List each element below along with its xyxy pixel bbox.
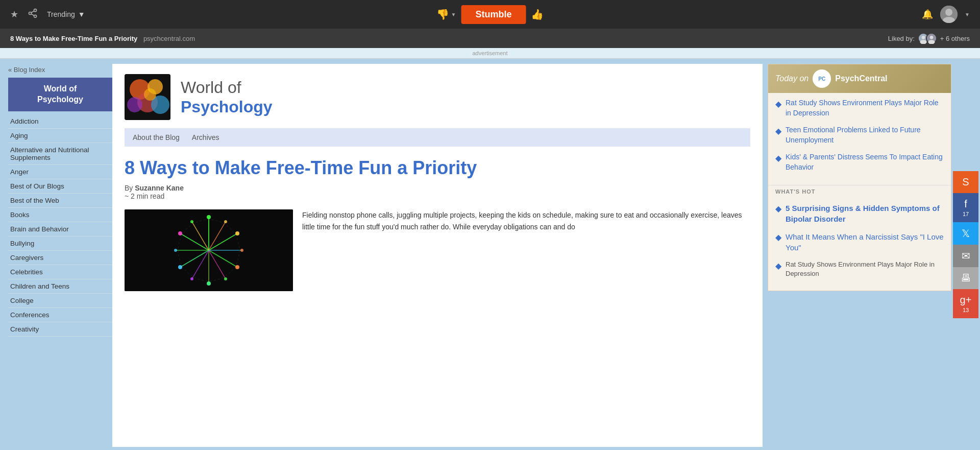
today-article-link-3[interactable]: Kids' & Parents' Distress Seems To Impac… bbox=[786, 152, 944, 172]
facebook-icon: f bbox=[964, 198, 967, 210]
sidebar-item-children[interactable]: Children and Teens bbox=[8, 279, 112, 294]
today-article-link-1[interactable]: Rat Study Shows Environment Plays Major … bbox=[786, 98, 944, 118]
svg-point-42 bbox=[224, 220, 227, 223]
twitter-share-button[interactable]: 𝕏 bbox=[953, 222, 978, 245]
user-avatar[interactable] bbox=[940, 6, 958, 23]
today-article-list: ◆ Rat Study Shows Environment Plays Majo… bbox=[768, 93, 951, 185]
stumble-button[interactable]: Stumble bbox=[461, 5, 526, 24]
svg-point-18 bbox=[127, 97, 142, 112]
psychcentral-brand: PsychCentral bbox=[835, 74, 887, 83]
article-image bbox=[125, 209, 293, 291]
toolbar-right: 🔔 ▼ bbox=[922, 6, 970, 23]
user-menu-arrow-icon[interactable]: ▼ bbox=[965, 12, 970, 17]
sidebar-item-creativity[interactable]: Creativity bbox=[8, 322, 112, 337]
sidebar-title-line1: World of bbox=[12, 84, 108, 94]
svg-point-36 bbox=[235, 231, 239, 235]
svg-line-4 bbox=[31, 11, 34, 12]
svg-point-9 bbox=[922, 36, 925, 39]
svg-point-38 bbox=[207, 281, 211, 286]
sidebar-item-alternative[interactable]: Alternative and Nutritional Supplements bbox=[8, 143, 112, 165]
print-button[interactable]: 🖶 bbox=[953, 267, 978, 289]
svg-point-20 bbox=[144, 88, 156, 101]
today-article-2: ◆ Teen Emotional Problems Linked to Futu… bbox=[775, 125, 944, 145]
hot-article-link-1[interactable]: 5 Surprising Signs & Hidden Symptoms of … bbox=[786, 203, 944, 224]
article-title: 8 Ways to Make Free-Time Fun a Priority bbox=[125, 157, 750, 179]
bullet-icon-3: ◆ bbox=[775, 153, 781, 163]
read-time: ~ 2 min read bbox=[125, 192, 164, 200]
article-meta: By Suzanne Kane ~ 2 min read bbox=[125, 184, 750, 200]
sidebar-item-best-web[interactable]: Best of the Web bbox=[8, 194, 112, 208]
share-icon[interactable] bbox=[28, 8, 38, 21]
right-panel: Today on PC PsychCentral ◆ Rat Study Sho… bbox=[768, 59, 951, 447]
blog-logo-image bbox=[125, 74, 170, 120]
svg-point-0 bbox=[34, 9, 37, 11]
dislike-arrow-icon: ▼ bbox=[451, 12, 456, 17]
hot-article-link-2[interactable]: What It Means When a Narcissist Says "I … bbox=[786, 231, 944, 253]
ad-bar: advertisement bbox=[0, 48, 980, 59]
today-box: Today on PC PsychCentral ◆ Rat Study Sho… bbox=[768, 64, 951, 291]
whats-hot-label: WHAT'S HOT bbox=[768, 185, 951, 198]
liked-avatar-2 bbox=[926, 33, 937, 44]
like-button[interactable]: 👍 bbox=[531, 8, 544, 20]
blog-nav-about[interactable]: About the Blog bbox=[133, 133, 180, 141]
star-icon[interactable]: ★ bbox=[10, 9, 18, 20]
hot-article-list: ◆ 5 Surprising Signs & Hidden Symptoms o… bbox=[768, 198, 951, 291]
sidebar-title-line2: Psychology bbox=[12, 94, 108, 105]
bullet-icon-1: ◆ bbox=[775, 99, 781, 109]
svg-point-46 bbox=[174, 249, 177, 252]
bullet-icon-2: ◆ bbox=[775, 126, 781, 136]
today-article-link-2[interactable]: Teen Emotional Problems Linked to Future… bbox=[786, 125, 944, 145]
ad-label: advertisement bbox=[472, 50, 507, 56]
email-share-button[interactable]: ✉ bbox=[953, 245, 978, 267]
sidebar-title-box: World of Psychology bbox=[8, 78, 112, 111]
sidebar-item-celebrities[interactable]: Celebrities bbox=[8, 265, 112, 279]
svg-point-12 bbox=[930, 36, 934, 39]
sidebar-item-bullying[interactable]: Bullying bbox=[8, 236, 112, 251]
svg-point-6 bbox=[945, 9, 952, 16]
sidebar-item-best-blogs[interactable]: Best of Our Blogs bbox=[8, 179, 112, 194]
sidebar-item-anger[interactable]: Anger bbox=[8, 165, 112, 179]
sidebar-item-caregivers[interactable]: Caregivers bbox=[8, 251, 112, 265]
trending-dropdown[interactable]: Trending ▼ bbox=[47, 10, 85, 18]
stumbleupon-share-button[interactable]: S bbox=[953, 171, 978, 193]
today-label: Today on bbox=[775, 74, 808, 83]
sidebar-item-books[interactable]: Books bbox=[8, 208, 112, 222]
svg-point-2 bbox=[34, 15, 37, 17]
sidebar-item-brain[interactable]: Brain and Behavior bbox=[8, 222, 112, 236]
svg-point-39 bbox=[178, 265, 182, 269]
hot-article-1: ◆ 5 Surprising Signs & Hidden Symptoms o… bbox=[775, 203, 944, 224]
sidebar-item-aging[interactable]: Aging bbox=[8, 129, 112, 143]
facebook-share-button[interactable]: f 17 bbox=[953, 193, 978, 222]
toolbar: ★ Trending ▼ 👎 ▼ Stumble 👍 🔔 bbox=[0, 0, 980, 29]
blog-title-line2: Psychology bbox=[181, 97, 273, 116]
by-label: By bbox=[125, 184, 133, 192]
infobar: 8 Ways to Make Free-Time Fun a Priority … bbox=[0, 29, 980, 48]
hot-article-link-3[interactable]: Rat Study Shows Environment Plays Major … bbox=[786, 260, 944, 278]
blog-header: World of Psychology bbox=[125, 74, 750, 120]
svg-point-45 bbox=[190, 277, 193, 280]
blog-nav-archives[interactable]: Archives bbox=[192, 133, 219, 141]
notification-bell-icon[interactable]: 🔔 bbox=[922, 9, 933, 20]
svg-point-41 bbox=[190, 220, 193, 223]
blog-index-link[interactable]: « Blog Index bbox=[8, 66, 112, 74]
svg-line-3 bbox=[31, 14, 34, 15]
infobar-article-title: 8 Ways to Make Free-Time Fun a Priority bbox=[10, 35, 137, 42]
today-header: Today on PC PsychCentral bbox=[768, 64, 951, 93]
sidebar-item-conferences[interactable]: Conferences bbox=[8, 308, 112, 322]
facebook-count: 17 bbox=[963, 211, 969, 217]
svg-point-35 bbox=[207, 215, 211, 219]
stumbleupon-icon: S bbox=[962, 176, 969, 188]
svg-point-1 bbox=[29, 12, 32, 14]
blog-nav-bar: About the Blog Archives bbox=[125, 128, 750, 147]
dislike-button[interactable]: 👎 ▼ bbox=[436, 8, 456, 20]
article-body: Fielding nonstop phone calls, juggling m… bbox=[125, 209, 750, 291]
bullet-hot-1: ◆ bbox=[775, 204, 781, 214]
blog-title: World of Psychology bbox=[181, 78, 273, 117]
liked-others-count: + 6 others bbox=[940, 35, 970, 42]
article-text-content: Fielding nonstop phone calls, juggling m… bbox=[302, 209, 750, 291]
main-layout: « Blog Index World of Psychology Addicti… bbox=[0, 59, 980, 447]
google-plus-share-button[interactable]: g+ 13 bbox=[953, 289, 978, 318]
sidebar-item-college[interactable]: College bbox=[8, 294, 112, 308]
sidebar-item-addiction[interactable]: Addiction bbox=[8, 114, 112, 129]
infobar-article-info: 8 Ways to Make Free-Time Fun a Priority … bbox=[10, 35, 195, 42]
